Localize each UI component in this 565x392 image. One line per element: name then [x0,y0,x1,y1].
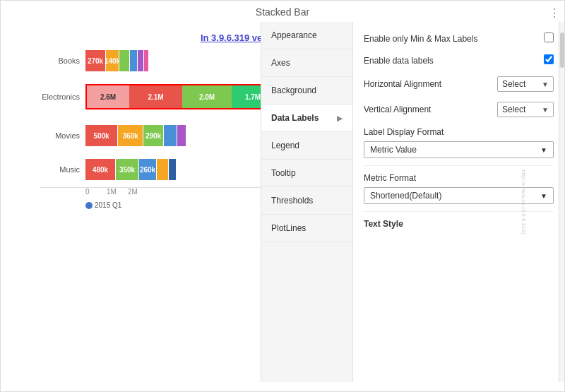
legend-item: 2015 Q1 [85,201,121,209]
menu-item-data-labels[interactable]: Data Labels ▶ [261,105,352,132]
bar [138,50,143,71]
bar: 360k [118,125,143,146]
bar: 290k [143,125,163,146]
v-align-row: Vertical Alignment Select ▼ [364,102,554,117]
menu-item-legend[interactable]: Legend [261,132,352,160]
bar: 480k [85,159,115,180]
label-format-dropdown[interactable]: Metric Value ▼ [364,141,554,158]
chevron-down-icon-4: ▼ [540,192,547,200]
menu-item-plotlines-label: PlotLines [271,223,306,233]
menu-item-axes-label: Axes [271,58,290,68]
chevron-right-icon: ▶ [337,114,343,122]
movies-label: Movies [40,131,85,140]
bar: 350k [116,159,138,180]
menu-item-data-labels-label: Data Labels [271,113,319,123]
bar [177,125,186,146]
chart-title: Stacked Bar [256,6,309,18]
v-align-label: Vertical Alignment [364,105,497,114]
label-format-section: Label Display Format Metric Value ▼ [364,127,554,158]
watermark: http://vitara.co (3.9.6.319) [521,170,527,234]
scrollbar-thumb[interactable] [560,32,564,68]
h-align-label: Horizontal Alignment [364,79,497,89]
v-align-control: Select ▼ [497,102,554,117]
v-align-value: Select [502,105,525,114]
menu-item-thresholds-label: Thresholds [271,196,313,206]
bar [169,159,176,180]
menu-item-axes[interactable]: Axes [261,49,352,77]
legend-dot [85,202,93,209]
min-max-labels-control [544,32,554,44]
data-labels-checkbox[interactable] [544,54,554,64]
bar [119,50,129,71]
h-align-select[interactable]: Select ▼ [497,76,554,92]
chevron-down-icon-3: ▼ [540,146,547,154]
menu-item-background-label: Background [271,85,316,95]
books-label: Books [40,57,85,65]
legend-label: 2015 Q1 [95,201,121,209]
bar [164,125,177,146]
label-format-label: Label Display Format [364,127,554,137]
bar: 500k [85,125,117,146]
bar [130,50,137,71]
bar [144,50,148,71]
books-bars: 270k 140k [85,50,148,71]
bar [157,159,168,180]
min-max-labels-label: Enable only Min & Max Labels [364,34,544,44]
metric-format-value: Shortened(Default) [370,191,441,201]
h-align-row: Horizontal Alignment Select ▼ [364,76,554,92]
bar: 140k [106,50,119,71]
title-bar: Stacked Bar ⋮ [1,1,564,20]
main-container: Stacked Bar ⋮ In 3.9.6.319 version Books… [0,0,565,392]
bar: 260k [139,159,156,180]
data-labels-label: Enable data labels [364,56,544,66]
scrollbar-track[interactable] [559,22,564,382]
menu-item-appearance-label: Appearance [271,30,317,40]
divider [364,165,554,166]
min-max-labels-row: Enable only Min & Max Labels [364,32,554,44]
min-max-labels-checkbox[interactable] [544,32,554,42]
movies-bars: 500k 360k 290k [85,125,186,146]
menu-item-appearance[interactable]: Appearance [261,22,352,49]
settings-content: Enable only Min & Max Labels Enable data… [353,22,564,382]
bar: 270k [85,50,105,71]
data-labels-row: Enable data labels [364,54,554,66]
h-align-control: Select ▼ [497,76,554,92]
h-align-value: Select [502,79,525,89]
menu-item-legend-label: Legend [271,141,299,150]
v-align-select[interactable]: Select ▼ [497,102,554,117]
menu-icon[interactable]: ⋮ [549,6,560,20]
menu-item-tooltip[interactable]: Tooltip [261,160,352,187]
data-labels-control [544,54,554,66]
menu-item-plotlines[interactable]: PlotLines [261,215,352,242]
chevron-down-icon-2: ▼ [542,106,549,114]
settings-panel: Appearance Axes Background Data Labels ▶… [261,22,564,382]
menu-item-thresholds[interactable]: Thresholds [261,187,352,215]
electronics-label: Electronics [40,93,85,101]
label-format-value: Metric Value [370,145,417,155]
menu-item-background[interactable]: Background [261,77,352,105]
menu-item-tooltip-label: Tooltip [271,168,296,178]
chevron-down-icon: ▼ [542,81,549,88]
music-bars: 480k 350k 260k [85,159,176,180]
music-label: Music [40,165,85,174]
settings-menu: Appearance Axes Background Data Labels ▶… [261,22,353,382]
